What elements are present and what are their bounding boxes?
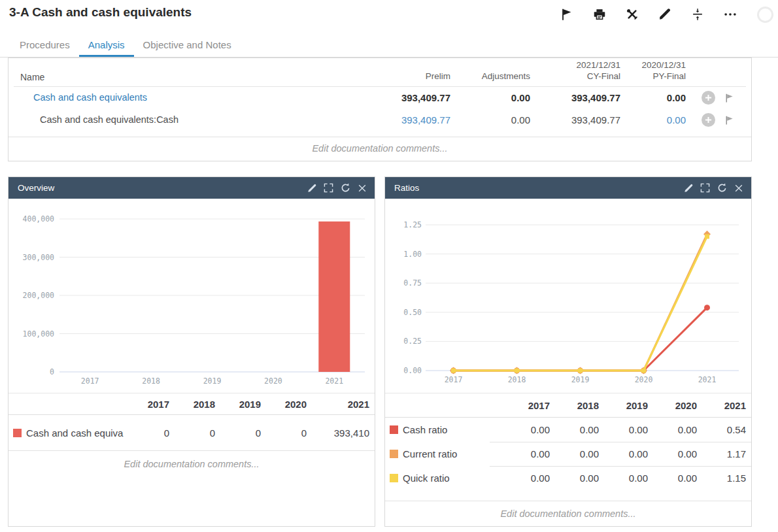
legend-value: 0: [169, 427, 215, 439]
year-header: 2018: [550, 400, 599, 411]
legend-value: 0.00: [599, 424, 648, 435]
value-cell[interactable]: 0.00: [626, 114, 691, 125]
edit-icon[interactable]: [649, 5, 681, 24]
add-icon[interactable]: [702, 91, 715, 105]
flag-icon[interactable]: [724, 92, 735, 103]
documentation-comments[interactable]: Edit documentation comments...: [8, 450, 375, 526]
legend-value: 0.00: [501, 448, 550, 459]
col-prelim: Prelim: [379, 71, 456, 82]
svg-text:0.00: 0.00: [403, 366, 422, 375]
series-swatch: [390, 425, 398, 434]
overview-panel-header: Overview: [8, 177, 375, 199]
close-icon[interactable]: [734, 184, 743, 193]
panel-title: Overview: [18, 183, 54, 193]
tab-analysis[interactable]: Analysis: [79, 35, 134, 57]
col-cy-final: 2021/12/31CY-Final: [535, 60, 626, 82]
year-header: 2020: [261, 399, 307, 410]
legend-value: 0.00: [599, 448, 648, 459]
legend-value: 0.00: [648, 448, 697, 459]
svg-text:0: 0: [50, 367, 54, 376]
toolbar: [550, 4, 773, 25]
collapse-icon[interactable]: [681, 5, 714, 24]
edit-icon[interactable]: [307, 184, 316, 193]
value-cell: 0.00: [456, 114, 535, 125]
svg-text:300,000: 300,000: [23, 253, 55, 262]
svg-text:200,000: 200,000: [23, 291, 55, 300]
accounts-header: Name Prelim Adjustments 2021/12/31CY-Fin…: [8, 58, 751, 87]
legend-value: 0.00: [648, 424, 697, 435]
reset-icon[interactable]: [717, 183, 727, 193]
year-header: 2019: [215, 399, 261, 410]
svg-text:0.75: 0.75: [403, 278, 422, 288]
legend-row: Quick ratio0.000.000.000.001.15: [385, 466, 751, 490]
more-icon[interactable]: [714, 5, 747, 24]
value-cell: 393,409.77: [379, 92, 456, 103]
col-adjustments: Adjustments: [456, 71, 535, 82]
value-cell: 0.00: [456, 92, 535, 103]
legend-value: 0.00: [599, 473, 648, 484]
series-label: Cash and cash equival...: [26, 427, 124, 439]
tab-objective-and-notes[interactable]: Objective and Notes: [134, 35, 241, 57]
expand-icon[interactable]: [700, 183, 710, 193]
page-title: 3-A Cash and cash equivalents: [9, 5, 192, 20]
reset-icon[interactable]: [341, 183, 350, 193]
close-icon[interactable]: [358, 184, 367, 193]
legend-value: 0.00: [501, 424, 550, 435]
account-name: Cash and cash equivalents:Cash: [8, 114, 379, 125]
legend-value: 0.54: [697, 424, 746, 435]
add-icon[interactable]: [702, 113, 715, 127]
year-header: 2021: [307, 399, 369, 410]
status-ring: [757, 7, 773, 23]
flag-icon[interactable]: [550, 5, 583, 24]
ratios-panel-header: Ratios: [385, 177, 751, 199]
flag-icon[interactable]: [724, 114, 735, 125]
legend-row: Cash and cash equival...0000393,410: [8, 415, 375, 450]
legend-value: 0.00: [550, 424, 599, 435]
table-row: Cash and cash equivalents:Cash393,409.77…: [8, 108, 751, 131]
overview-chart: 0100,000200,000300,000400,00020172018201…: [8, 199, 375, 393]
svg-text:400,000: 400,000: [23, 214, 55, 224]
accounts-card: Name Prelim Adjustments 2021/12/31CY-Fin…: [8, 58, 752, 161]
edit-icon[interactable]: [684, 184, 693, 193]
series-swatch: [390, 474, 398, 482]
documentation-comments[interactable]: Edit documentation comments...: [8, 137, 751, 161]
accounts-rows: Cash and cash equivalents393,409.770.003…: [8, 87, 751, 131]
account-link[interactable]: Cash and cash equivalents: [8, 92, 379, 103]
print-icon[interactable]: [583, 5, 616, 24]
series-swatch: [390, 450, 398, 458]
legend-value: 0.00: [550, 448, 599, 459]
series-label: Cash ratio: [403, 424, 447, 435]
series-swatch: [13, 429, 22, 437]
series-label: Quick ratio: [403, 473, 450, 484]
svg-text:2021: 2021: [325, 376, 343, 386]
svg-text:2019: 2019: [203, 376, 222, 386]
legend-value: 1.15: [697, 473, 746, 484]
year-header: 2020: [648, 400, 697, 411]
value-cell[interactable]: 393,409.77: [379, 114, 456, 125]
row-actions: [691, 113, 751, 127]
legend-value: 0: [124, 427, 169, 439]
legend-row: Current ratio0.000.000.000.001.17: [385, 442, 751, 466]
panel-title: Ratios: [394, 183, 419, 193]
col-py-final: 2020/12/31PY-Final: [626, 60, 691, 82]
svg-text:2021: 2021: [698, 375, 717, 384]
legend-value: 0: [215, 427, 261, 439]
overview-panel: Overview 0100,000200,000300,000400,00020…: [8, 176, 375, 527]
tab-procedures[interactable]: Procedures: [10, 35, 79, 57]
svg-text:2020: 2020: [635, 375, 653, 384]
documentation-comments[interactable]: Edit documentation comments...: [385, 501, 751, 526]
svg-text:100,000: 100,000: [23, 329, 55, 339]
col-name: Name: [8, 72, 379, 82]
year-header: 2017: [124, 399, 169, 410]
year-header: 2021: [697, 400, 746, 411]
svg-text:2017: 2017: [445, 375, 463, 384]
legend-years-header: 20172018201920202021: [385, 393, 751, 418]
year-header: 2017: [501, 400, 550, 411]
series-label: Current ratio: [403, 448, 457, 459]
tools-icon[interactable]: [616, 5, 649, 24]
svg-text:2018: 2018: [508, 375, 526, 384]
legend-value: 1.17: [697, 448, 746, 459]
expand-icon[interactable]: [324, 183, 333, 193]
value-cell: 393,409.77: [535, 92, 626, 103]
svg-text:2017: 2017: [81, 376, 99, 386]
